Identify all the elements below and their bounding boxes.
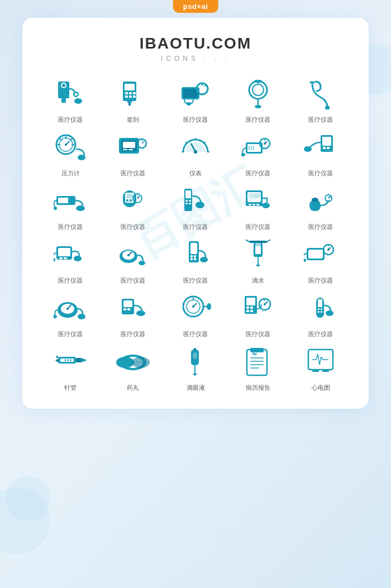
svg-rect-18 <box>183 89 198 98</box>
icon-label-19: 滴水 <box>252 276 264 285</box>
icon-label-27: 药丸 <box>127 384 139 392</box>
icon-box-16 <box>48 237 93 273</box>
icon-item-1[interactable]: 医疗仪器 <box>39 76 102 124</box>
icon-item-7[interactable]: 医疗仪器 <box>102 130 164 178</box>
icon-label-16: 医疗仪器 <box>58 276 83 285</box>
svg-point-41 <box>78 155 85 160</box>
icon-label-2: 签到 <box>127 116 139 124</box>
svg-point-112 <box>139 261 145 265</box>
icon-item-11[interactable]: 医疗仪器 <box>39 183 102 231</box>
svg-rect-183 <box>194 348 196 351</box>
main-card: 百图汇 IBAOTU.COM ICONS · · · 医疗仪器 签到 <box>22 18 369 409</box>
icon-item-14[interactable]: 医疗仪器 <box>227 183 289 231</box>
icon-item-16[interactable]: 医疗仪器 <box>39 237 102 285</box>
icon-item-19[interactable]: 滴水 <box>227 237 289 285</box>
svg-rect-94 <box>249 193 260 198</box>
svg-line-125 <box>246 240 249 242</box>
svg-rect-122 <box>255 243 261 246</box>
svg-rect-16 <box>128 103 131 106</box>
icon-item-15[interactable]: 医疗仪器 <box>289 183 352 231</box>
svg-point-131 <box>327 248 330 251</box>
icon-item-23[interactable]: 医疗仪器 <box>164 290 227 338</box>
svg-point-166 <box>326 310 333 316</box>
icon-item-5[interactable]: 医疗仪器 <box>289 76 352 124</box>
icon-label-11: 医疗仪器 <box>58 223 83 231</box>
icon-item-12[interactable]: 医疗仪器 <box>102 183 164 231</box>
icon-label-23: 医疗仪器 <box>183 330 208 338</box>
icon-box-6 <box>48 130 93 166</box>
svg-rect-151 <box>246 298 255 305</box>
icon-item-27[interactable]: 药丸 <box>102 344 164 392</box>
svg-line-126 <box>267 240 270 242</box>
icon-item-4[interactable]: 医疗仪器 <box>227 76 289 124</box>
svg-rect-95 <box>249 204 251 205</box>
svg-marker-173 <box>82 358 87 362</box>
icon-item-22[interactable]: 医疗仪器 <box>102 290 164 338</box>
icon-item-20[interactable]: 医疗仪器 <box>289 237 352 285</box>
svg-rect-118 <box>194 258 196 260</box>
svg-line-49 <box>142 141 144 144</box>
icon-item-21[interactable]: 医疗仪器 <box>39 290 102 338</box>
svg-rect-79 <box>126 199 128 202</box>
svg-point-149 <box>207 303 211 310</box>
svg-point-65 <box>264 142 266 145</box>
svg-line-23 <box>202 90 203 92</box>
icon-box-11 <box>48 183 93 219</box>
icon-label-12: 医疗仪器 <box>121 223 145 231</box>
svg-rect-15 <box>127 101 132 103</box>
svg-rect-132 <box>308 250 323 259</box>
svg-point-181 <box>132 357 150 368</box>
svg-point-56 <box>194 150 197 154</box>
svg-rect-117 <box>190 258 193 260</box>
icon-item-26[interactable]: 针管 <box>39 344 102 392</box>
svg-rect-171 <box>70 359 71 361</box>
svg-rect-106 <box>64 257 67 259</box>
icon-item-8[interactable]: 仪表 <box>164 130 227 178</box>
svg-point-26 <box>252 84 264 95</box>
svg-rect-80 <box>130 199 132 202</box>
svg-point-133 <box>304 259 306 262</box>
svg-rect-73 <box>58 198 68 203</box>
icon-item-2[interactable]: 签到 <box>102 76 164 124</box>
svg-point-30 <box>325 106 330 109</box>
icon-item-28[interactable]: 滴眼液 <box>164 344 227 392</box>
icon-label-21: 医疗仪器 <box>58 330 83 338</box>
icon-item-13[interactable]: 医疗仪器 <box>164 183 227 231</box>
svg-rect-97 <box>256 204 259 205</box>
icon-item-9[interactable]: 医疗仪器 <box>227 130 289 178</box>
icon-box-13 <box>173 183 218 219</box>
icon-item-18[interactable]: 医疗仪器 <box>164 237 227 285</box>
svg-point-99 <box>312 198 318 202</box>
svg-rect-172 <box>76 358 82 362</box>
svg-point-40 <box>65 144 67 146</box>
icon-item-3[interactable]: 医疗仪器 <box>164 76 227 124</box>
svg-rect-163 <box>321 308 322 310</box>
svg-point-138 <box>54 315 57 318</box>
svg-rect-58 <box>247 144 261 152</box>
svg-rect-10 <box>129 92 132 94</box>
icon-item-24[interactable]: 医疗仪器 <box>227 290 289 338</box>
svg-rect-3 <box>61 98 66 103</box>
icon-label-25: 医疗仪器 <box>308 330 333 338</box>
icon-item-30[interactable]: 心电图 <box>289 344 352 392</box>
svg-rect-44 <box>123 142 135 148</box>
svg-rect-46 <box>128 149 133 150</box>
svg-rect-114 <box>190 243 197 254</box>
icon-box-25 <box>298 290 343 327</box>
svg-rect-87 <box>185 200 188 202</box>
svg-line-22 <box>204 85 206 87</box>
svg-point-111 <box>127 254 130 256</box>
svg-point-180 <box>116 357 134 368</box>
icon-box-27 <box>111 344 155 380</box>
icon-item-6[interactable]: 压力计 <box>39 130 102 178</box>
icon-box-9 <box>236 130 280 166</box>
icon-item-10[interactable]: 医疗仪器 <box>289 130 352 178</box>
icon-item-17[interactable]: 医疗仪器 <box>102 237 164 285</box>
svg-rect-154 <box>246 310 249 312</box>
icon-item-25[interactable]: 医疗仪器 <box>289 290 352 338</box>
icon-item-29[interactable]: 病历报告 <box>227 344 289 392</box>
svg-point-2 <box>62 84 65 87</box>
icon-box-3 <box>173 76 218 112</box>
icon-box-19 <box>236 237 280 273</box>
svg-rect-86 <box>185 190 191 198</box>
